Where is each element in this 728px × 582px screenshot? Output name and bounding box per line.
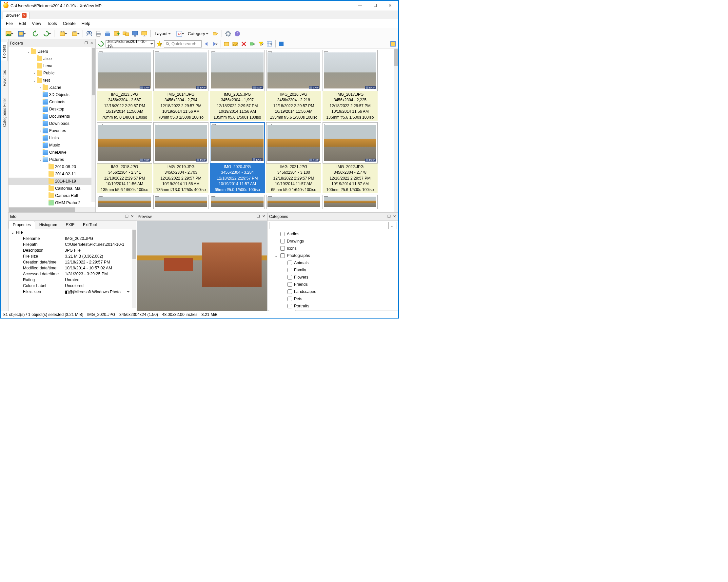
menu-tools[interactable]: Tools <box>44 20 59 27</box>
property-row[interactable]: FilepathC:\Users\test\Pictures\2014-10-1 <box>8 241 136 247</box>
property-row[interactable]: File's icon◧ @{Microsoft.Windows.Photo <box>8 289 136 295</box>
tree-item[interactable]: Desktop <box>8 106 95 113</box>
category-search-input[interactable] <box>269 222 387 229</box>
tree-twisty-icon[interactable]: › <box>32 72 37 75</box>
tree-item[interactable]: 3D Objects <box>8 91 95 98</box>
category-item[interactable]: Friends <box>268 281 398 288</box>
fullscreen-icon[interactable] <box>15 29 27 38</box>
category-checkbox[interactable] <box>287 268 292 272</box>
thumbnail-card[interactable]: EXIFIMG_2015.JPG3456x2304 - 1,99712/18/2… <box>210 50 265 121</box>
props-scrollbar[interactable] <box>132 229 136 308</box>
tree-item[interactable]: Camera Roll <box>8 192 95 199</box>
tree-item[interactable]: ›Public <box>8 70 95 77</box>
preview-image[interactable] <box>137 221 267 311</box>
category-checkbox[interactable] <box>287 282 292 287</box>
category-more-button[interactable]: ... <box>388 222 397 229</box>
settings-icon[interactable] <box>224 29 232 38</box>
cut-icon[interactable] <box>56 29 68 38</box>
thumbnail-card[interactable] <box>322 195 378 209</box>
tree-item[interactable]: Music <box>8 141 95 149</box>
refresh-back-icon[interactable] <box>31 29 40 38</box>
thumbnail-card[interactable] <box>210 195 265 209</box>
convert-icon[interactable] <box>122 29 130 38</box>
property-row[interactable]: DescriptionJPG File <box>8 247 136 253</box>
property-row[interactable]: RatingUnrated <box>8 277 136 283</box>
property-row[interactable]: Modified date/time10/19/2014 - 10:57:02 … <box>8 265 136 271</box>
tree-item[interactable]: ⌄Pictures <box>8 156 95 163</box>
thumbnail-view[interactable]: EXIFIMG_2013.JPG3456x2304 - 2,66712/18/2… <box>96 49 398 212</box>
category-checkbox[interactable] <box>287 304 292 308</box>
thumb-size-icon[interactable]: 1-5 <box>174 29 185 38</box>
thumbnail-card[interactable] <box>266 195 321 209</box>
category-item[interactable]: Landscapes <box>268 288 398 295</box>
thumbnail-card[interactable] <box>153 195 208 209</box>
sidetab-folders[interactable]: Folders <box>1 42 7 61</box>
image-1-icon[interactable] <box>3 29 15 38</box>
cat-twisty-icon[interactable]: ⌄ <box>274 254 278 258</box>
sort-icon[interactable] <box>265 40 274 48</box>
thumbnail-card[interactable]: EXIFIMG_2020.JPG3456x2304 - 3,28412/18/2… <box>210 122 265 193</box>
thumb-scrollbar[interactable] <box>394 49 398 212</box>
category-checkbox[interactable] <box>287 297 292 301</box>
tree-twisty-icon[interactable]: ⌄ <box>26 50 31 53</box>
folders-float-icon[interactable]: ❐ <box>84 41 89 46</box>
menu-create[interactable]: Create <box>60 20 78 27</box>
menu-edit[interactable]: Edit <box>16 20 28 27</box>
help-icon[interactable]: ? <box>233 29 241 38</box>
folder-tree[interactable]: ⌄UsersaliceLena›Public⌄test›.cache3D Obj… <box>8 47 95 207</box>
tree-twisty-icon[interactable]: › <box>38 86 43 89</box>
category-checkbox[interactable] <box>287 261 292 265</box>
tree-twisty-icon[interactable]: ⌄ <box>38 158 43 162</box>
categories-float-icon[interactable]: ❐ <box>386 214 392 219</box>
tree-item[interactable]: Contacts <box>8 98 95 106</box>
info-close-icon[interactable]: ✕ <box>129 214 135 219</box>
thumbnail-card[interactable]: EXIFIMG_2017.JPG3456x2304 - 2,22512/18/2… <box>322 50 378 121</box>
view-mode-icon[interactable] <box>389 40 397 48</box>
tree-item[interactable]: alice <box>8 55 95 62</box>
category-checkbox[interactable] <box>280 253 285 258</box>
menu-file[interactable]: File <box>3 20 16 27</box>
category-checkbox[interactable] <box>280 239 285 243</box>
tree-item[interactable]: ⌄Users <box>8 48 95 55</box>
tag-icon[interactable] <box>211 29 219 38</box>
category-item[interactable]: Audios <box>268 230 398 238</box>
delete-icon[interactable] <box>240 40 248 48</box>
preview-close-icon[interactable]: ✕ <box>261 214 266 219</box>
tree-item[interactable]: 2010-08-20 <box>8 163 95 170</box>
tree-twisty-icon[interactable]: ⌄ <box>32 79 37 82</box>
info-tab-exiftool[interactable]: ExifTool <box>79 221 101 229</box>
refresh-fwd-icon[interactable] <box>40 29 52 38</box>
thumbnail-card[interactable]: EXIFIMG_2014.JPG3456x2304 - 2,79412/18/2… <box>153 50 208 121</box>
sidetab-favorites[interactable]: Favorites <box>2 68 7 89</box>
thumbnail-card[interactable]: EXIFIMG_2021.JPG3456x2304 - 3,10012/18/2… <box>266 122 321 193</box>
category-item[interactable]: Drawings <box>268 238 398 245</box>
props-section-header[interactable]: File <box>8 229 136 236</box>
slideshow-icon[interactable] <box>140 29 149 38</box>
new-folder-icon[interactable] <box>223 40 231 48</box>
category-item[interactable]: Flowers <box>268 274 398 281</box>
category-item[interactable]: ⌄Photographs <box>268 252 398 259</box>
print-icon[interactable] <box>94 29 103 38</box>
tree-item[interactable]: California, Ma <box>8 185 95 192</box>
tree-twisty-icon[interactable]: › <box>38 129 43 133</box>
property-row[interactable]: Colour LabelUncolored <box>8 283 136 289</box>
layout-dropdown[interactable]: Layout <box>153 31 173 36</box>
nav-reload-icon[interactable] <box>97 40 105 48</box>
star-icon[interactable] <box>155 40 163 48</box>
preview-float-icon[interactable]: ❐ <box>256 214 261 219</box>
paste-icon[interactable] <box>69 29 81 38</box>
category-checkbox[interactable] <box>287 289 292 294</box>
path-input[interactable]: .test\Pictures\2014-10-19\ <box>106 40 155 48</box>
close-tab-icon[interactable]: ✕ <box>22 13 27 18</box>
categories-close-icon[interactable]: ✕ <box>392 214 397 219</box>
tree-item[interactable]: OneDrive <box>8 149 95 156</box>
export-icon[interactable] <box>112 29 121 38</box>
info-float-icon[interactable]: ❐ <box>124 214 129 219</box>
menu-view[interactable]: View <box>29 20 44 27</box>
property-row[interactable]: Accessed date/time1/31/2023 - 3:29:25 PM <box>8 271 136 277</box>
info-tab-histogram[interactable]: Histogram <box>35 221 61 229</box>
category-dropdown[interactable]: Category <box>186 31 210 36</box>
tree-item[interactable]: ›.cache <box>8 84 95 91</box>
thumbnail-card[interactable]: EXIFIMG_2016.JPG3456x2304 - 2,21812/18/2… <box>266 50 321 121</box>
property-row[interactable]: File size3.21 MiB (3,362,682) <box>8 253 136 259</box>
